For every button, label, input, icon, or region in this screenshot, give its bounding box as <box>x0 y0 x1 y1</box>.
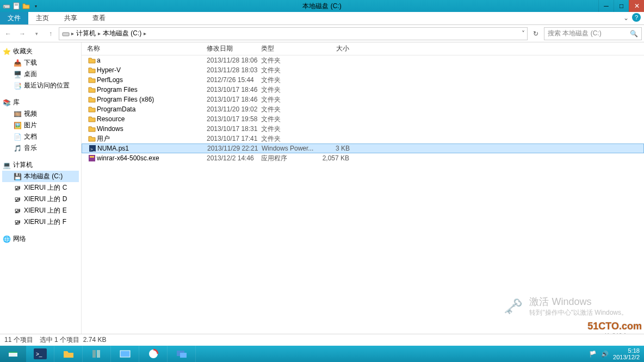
tray-date: 2013/12/2 <box>613 354 640 360</box>
taskbar-rdp[interactable] <box>168 346 196 362</box>
column-size[interactable]: 大小 <box>319 44 349 53</box>
nav-favorites[interactable]: ⭐收藏夹 <box>2 46 79 57</box>
drive-icon <box>61 29 70 38</box>
breadcrumb-drive[interactable]: 本地磁盘 (C:) <box>102 29 143 38</box>
maximize-button[interactable]: □ <box>614 0 629 12</box>
nav-libraries[interactable]: 📚库 <box>2 97 79 108</box>
key-icon: 🗝️ <box>504 297 523 315</box>
close-button[interactable]: ✕ <box>629 0 644 12</box>
file-row[interactable]: Hyper-V2013/11/28 18:03文件夹 <box>82 65 644 75</box>
file-name: Program Files (x86) <box>97 96 207 103</box>
taskbar-powershell[interactable]: >_ <box>26 346 54 362</box>
chevron-right-icon[interactable]: ▸ <box>144 30 146 36</box>
column-date[interactable]: 修改日期 <box>207 44 261 53</box>
music-icon: 🎵 <box>13 144 22 153</box>
props-icon[interactable] <box>12 2 21 10</box>
refresh-button[interactable]: ↻ <box>530 30 542 38</box>
file-type: 文件夹 <box>261 115 319 124</box>
nav-computer[interactable]: 💻计算机 <box>2 159 79 171</box>
address-dropdown-icon[interactable]: ˅ <box>522 30 525 38</box>
system-tray[interactable]: 🏳️ 🔊 5:18 2013/12/2 <box>585 346 644 362</box>
status-bar: 11 个项目 选中 1 个项目 2.74 KB <box>0 334 644 346</box>
address-bar[interactable]: ▸ 计算机 ▸ 本地磁盘 (C:) ▸ ˅ <box>59 27 528 40</box>
file-name: Program Files <box>97 86 207 93</box>
tab-file[interactable]: 文件 <box>0 12 28 24</box>
file-type: 应用程序 <box>261 154 319 163</box>
tab-share[interactable]: 共享 <box>57 12 85 24</box>
folder-icon <box>87 115 97 123</box>
file-row[interactable]: Windows2013/10/17 18:31文件夹 <box>82 124 644 134</box>
nav-videos[interactable]: 🎞️视频 <box>2 108 79 120</box>
nav-pictures[interactable]: 🖼️图片 <box>2 120 79 131</box>
file-type: 文件夹 <box>261 105 319 114</box>
tab-view[interactable]: 查看 <box>85 12 113 24</box>
back-button[interactable]: ← <box>2 28 14 40</box>
status-selection: 选中 1 个项目 2.74 KB <box>40 335 107 345</box>
status-item-count: 11 个项目 <box>4 335 33 345</box>
nav-music[interactable]: 🎵音乐 <box>2 142 79 154</box>
folder-icon <box>87 85 97 94</box>
folder-icon <box>87 124 97 133</box>
qat-dropdown-icon[interactable]: ▾ <box>32 2 40 10</box>
nav-desktop[interactable]: 🖥️桌面 <box>2 68 79 80</box>
recent-locations-icon[interactable]: ▾ <box>30 28 42 40</box>
taskbar-server-manager[interactable] <box>83 346 111 362</box>
activate-subtitle: 转到"操作中心"以激活 Windows。 <box>529 308 628 317</box>
activate-windows: 🗝️ 激活 Windows 转到"操作中心"以激活 Windows。 <box>504 295 628 317</box>
taskbar-app[interactable] <box>139 346 168 362</box>
nav-netdrive-f[interactable]: 🖳XIERUI 上的 F <box>2 216 79 228</box>
svg-rect-2 <box>14 3 19 9</box>
tray-volume-icon[interactable]: 🔊 <box>601 351 609 358</box>
up-button[interactable]: ↑ <box>45 28 57 40</box>
chevron-right-icon[interactable]: ▸ <box>71 30 74 36</box>
desktop-icon: 🖥️ <box>13 70 22 79</box>
file-size: 2,057 KB <box>319 154 349 162</box>
nav-drive-c[interactable]: 💾本地磁盘 (C:) <box>2 171 79 182</box>
activate-title: 激活 Windows <box>529 295 628 308</box>
taskbar-hyperv[interactable] <box>111 346 139 362</box>
file-date: 2013/11/28 18:06 <box>207 57 261 64</box>
nav-recent[interactable]: 📑最近访问的位置 <box>2 80 79 91</box>
file-row[interactable]: Resource2013/10/17 19:58文件夹 <box>82 114 644 124</box>
start-button[interactable] <box>0 346 26 362</box>
column-name[interactable]: 名称 <box>87 44 207 53</box>
picture-icon: 🖼️ <box>13 121 22 130</box>
file-name: Hyper-V <box>97 66 207 74</box>
forward-button[interactable]: → <box>16 28 28 40</box>
computer-icon: 💻 <box>2 161 11 170</box>
nav-netdrive-c[interactable]: 🖳XIERUI 上的 C <box>2 182 79 194</box>
nav-downloads[interactable]: 📥下载 <box>2 57 79 68</box>
title-bar: ▾ 本地磁盘 (C:) ─ □ ✕ <box>0 0 644 12</box>
file-name: winrar-x64-500sc.exe <box>97 154 207 162</box>
file-row[interactable]: PerfLogs2012/7/26 15:44文件夹 <box>82 75 644 85</box>
file-type: 文件夹 <box>261 76 319 85</box>
nav-netdrive-d[interactable]: 🖳XIERUI 上的 D <box>2 194 79 205</box>
nav-network[interactable]: 🌐网络 <box>2 233 79 245</box>
nav-documents[interactable]: 📄文档 <box>2 131 79 142</box>
folder-icon[interactable] <box>22 2 30 10</box>
breadcrumb-computer[interactable]: 计算机 <box>75 29 97 38</box>
file-row[interactable]: ProgramData2013/11/20 19:02文件夹 <box>82 104 644 114</box>
svg-text:>_: >_ <box>36 351 42 357</box>
ribbon-collapse-icon[interactable]: ⌄ <box>623 14 629 22</box>
folder-icon <box>87 66 97 74</box>
help-icon[interactable]: ? <box>632 13 641 22</box>
file-row[interactable]: >_NUMA.ps12013/11/29 22:21Windows Power.… <box>82 143 644 153</box>
tray-flag-icon[interactable]: 🏳️ <box>589 351 597 358</box>
tab-home[interactable]: 主页 <box>28 12 57 24</box>
file-row[interactable]: winrar-x64-500sc.exe2013/12/2 14:46应用程序2… <box>82 153 644 163</box>
file-row[interactable]: a2013/11/28 18:06文件夹 <box>82 55 644 65</box>
file-row[interactable]: 用户2013/10/17 17:41文件夹 <box>82 134 644 143</box>
folder-icon <box>87 76 97 84</box>
minimize-button[interactable]: ─ <box>598 0 614 12</box>
file-row[interactable]: Program Files (x86)2013/10/17 18:46文件夹 <box>82 95 644 104</box>
file-row[interactable]: Program Files2013/10/17 18:46文件夹 <box>82 85 644 95</box>
file-date: 2012/7/26 15:44 <box>207 76 261 84</box>
search-input[interactable]: 搜索 本地磁盘 (C:) 🔍 <box>544 27 642 40</box>
taskbar-explorer[interactable] <box>54 346 83 362</box>
file-date: 2013/11/28 18:03 <box>207 66 261 74</box>
nav-netdrive-e[interactable]: 🖳XIERUI 上的 E <box>2 205 79 216</box>
file-list-pane: 名称 修改日期 类型 大小 a2013/11/28 18:06文件夹Hyper-… <box>82 42 644 345</box>
chevron-right-icon[interactable]: ▸ <box>98 30 101 36</box>
column-type[interactable]: 类型 <box>261 44 319 53</box>
